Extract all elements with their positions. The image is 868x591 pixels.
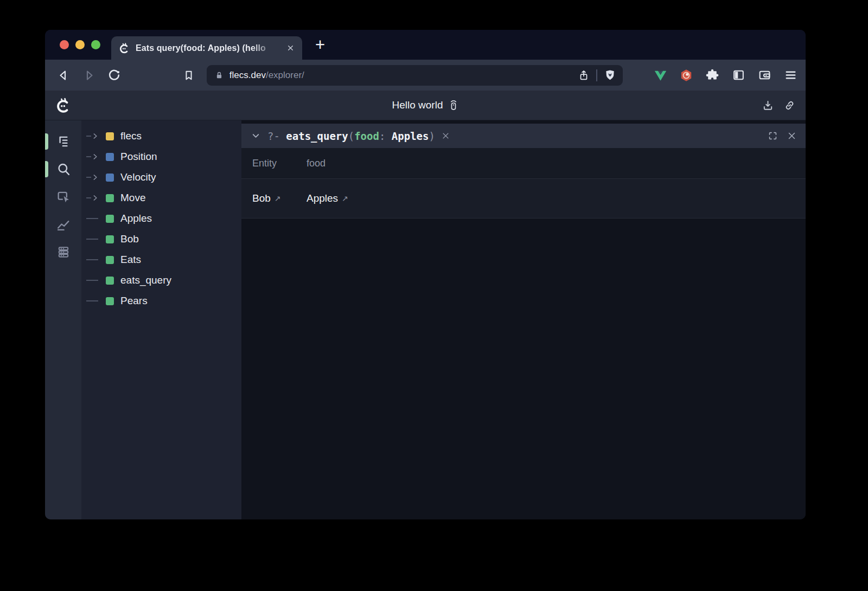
tab-title: Eats query(food: Apples) (hello bbox=[136, 43, 278, 53]
sidebar-panel-icon[interactable] bbox=[731, 68, 746, 82]
query-colon: : bbox=[379, 130, 392, 142]
lock-icon[interactable] bbox=[214, 70, 224, 80]
leaf-connector bbox=[86, 300, 105, 301]
query-prompt: ?- bbox=[267, 130, 286, 142]
tree-item-apples[interactable]: Apples bbox=[86, 208, 241, 229]
extensions-puzzle-icon[interactable] bbox=[705, 68, 720, 82]
query-expression: ?- eats_query(food: Apples) bbox=[267, 130, 435, 142]
query-close-paren: ) bbox=[429, 130, 435, 142]
tree-item-eats-query[interactable]: eats_query bbox=[86, 270, 241, 291]
tree-item-label: Bob bbox=[120, 233, 139, 245]
tree-item-pears[interactable]: Pears bbox=[86, 291, 241, 311]
expand-arrow-icon[interactable] bbox=[86, 153, 105, 160]
tree-item-label: Velocity bbox=[120, 171, 156, 183]
active-indicator-pill bbox=[45, 133, 48, 150]
minimize-window-button[interactable] bbox=[75, 40, 85, 49]
rail-stats-button[interactable] bbox=[45, 210, 81, 238]
entity-color-swatch bbox=[106, 256, 114, 264]
entity-color-swatch bbox=[106, 297, 114, 305]
orange-hexagon-extension-icon[interactable] bbox=[679, 68, 694, 82]
vue-devtools-extension-icon[interactable] bbox=[653, 68, 668, 82]
food-link[interactable]: Apples bbox=[307, 192, 338, 204]
collapse-chevron-icon[interactable] bbox=[251, 131, 261, 141]
flecs-logo[interactable] bbox=[55, 97, 72, 114]
query-clear-icon[interactable] bbox=[442, 132, 450, 140]
tree-item-velocity[interactable]: Velocity bbox=[86, 167, 241, 188]
new-tab-button[interactable]: + bbox=[315, 36, 325, 53]
browser-window: Eats query(food: Apples) (hello + bbox=[45, 30, 806, 519]
refresh-button[interactable] bbox=[106, 68, 122, 83]
rail-tree-view-button[interactable] bbox=[45, 127, 81, 155]
entity-color-swatch bbox=[106, 215, 114, 223]
left-icon-rail bbox=[45, 120, 81, 519]
download-icon[interactable] bbox=[762, 99, 774, 112]
world-title: Hello world bbox=[392, 99, 459, 111]
wallet-icon[interactable] bbox=[757, 68, 772, 82]
expand-arrow-icon[interactable] bbox=[86, 132, 105, 140]
component-color-swatch bbox=[106, 174, 114, 182]
browser-menu-icon[interactable] bbox=[783, 68, 798, 82]
external-link-icon[interactable]: ↗ bbox=[275, 194, 281, 203]
tree-item-label: Position bbox=[120, 151, 157, 163]
url-domain: flecs.dev bbox=[229, 70, 266, 80]
back-button[interactable] bbox=[56, 68, 71, 83]
tree-item-move[interactable]: Move bbox=[86, 188, 241, 208]
query-header: ?- eats_query(food: Apples) bbox=[241, 124, 806, 148]
module-color-swatch bbox=[106, 132, 114, 140]
tab-bar: Eats query(food: Apples) (hello + bbox=[45, 30, 806, 60]
leaf-connector bbox=[86, 218, 105, 219]
result-table-header: Entity food bbox=[241, 148, 806, 179]
share-icon[interactable] bbox=[576, 68, 591, 82]
tab-favicon-flecs-logo bbox=[118, 42, 130, 54]
query-panel: ?- eats_query(food: Apples) bbox=[241, 120, 806, 519]
window-controls bbox=[45, 30, 111, 60]
bookmark-icon[interactable] bbox=[181, 68, 196, 83]
tree-item-label: Apples bbox=[120, 213, 152, 224]
forward-button[interactable] bbox=[81, 68, 97, 83]
query-header-actions bbox=[768, 131, 796, 141]
entity-color-swatch bbox=[106, 277, 114, 285]
tree-item-flecs[interactable]: flecs bbox=[86, 126, 241, 146]
fullscreen-icon[interactable] bbox=[768, 131, 778, 141]
rail-search-button[interactable] bbox=[45, 155, 81, 183]
column-header-entity[interactable]: Entity bbox=[252, 158, 307, 169]
close-panel-icon[interactable] bbox=[787, 131, 796, 140]
tab-close-icon[interactable] bbox=[284, 42, 297, 55]
rail-tables-button[interactable] bbox=[45, 238, 81, 266]
query-param: food bbox=[354, 130, 379, 142]
remote-connection-icon[interactable] bbox=[448, 99, 458, 111]
zoom-window-button[interactable] bbox=[91, 40, 100, 49]
close-window-button[interactable] bbox=[60, 40, 69, 49]
app-content: flecs Position Velocity Move Apples bbox=[45, 120, 806, 519]
entity-tree-panel: flecs Position Velocity Move Apples bbox=[81, 120, 241, 519]
column-header-food[interactable]: food bbox=[307, 158, 326, 169]
rail-inspector-button[interactable] bbox=[45, 183, 81, 210]
tree-item-eats[interactable]: Eats bbox=[86, 249, 241, 270]
url-text[interactable]: flecs.dev/explorer/ bbox=[229, 70, 304, 81]
tree-item-label: Move bbox=[120, 192, 145, 204]
result-table-row[interactable]: Bob ↗ Apples ↗ bbox=[241, 179, 806, 219]
component-color-swatch bbox=[106, 153, 114, 161]
share-link-icon[interactable] bbox=[783, 99, 796, 112]
app-header: Hello world bbox=[45, 91, 806, 120]
tree-item-bob[interactable]: Bob bbox=[86, 229, 241, 249]
leaf-connector bbox=[86, 259, 105, 260]
expand-arrow-icon[interactable] bbox=[86, 194, 105, 202]
leaf-connector bbox=[86, 280, 105, 281]
browser-tab[interactable]: Eats query(food: Apples) (hello bbox=[111, 36, 302, 60]
urlbar-separator bbox=[596, 69, 597, 81]
active-indicator-pill bbox=[45, 161, 48, 177]
url-path: /explorer/ bbox=[266, 70, 304, 80]
query-value: Apples bbox=[392, 130, 429, 142]
app-header-actions bbox=[762, 99, 796, 112]
address-bar[interactable]: flecs.dev/explorer/ bbox=[207, 65, 623, 86]
entity-color-swatch bbox=[106, 194, 114, 202]
entity-color-swatch bbox=[106, 235, 114, 243]
query-panel-empty-area bbox=[241, 219, 806, 519]
expand-arrow-icon[interactable] bbox=[86, 174, 105, 181]
brave-shield-icon[interactable] bbox=[603, 68, 617, 82]
entity-link[interactable]: Bob bbox=[252, 192, 271, 204]
tree-item-label: Pears bbox=[120, 295, 148, 307]
tree-item-position[interactable]: Position bbox=[86, 146, 241, 167]
external-link-icon[interactable]: ↗ bbox=[342, 194, 348, 203]
